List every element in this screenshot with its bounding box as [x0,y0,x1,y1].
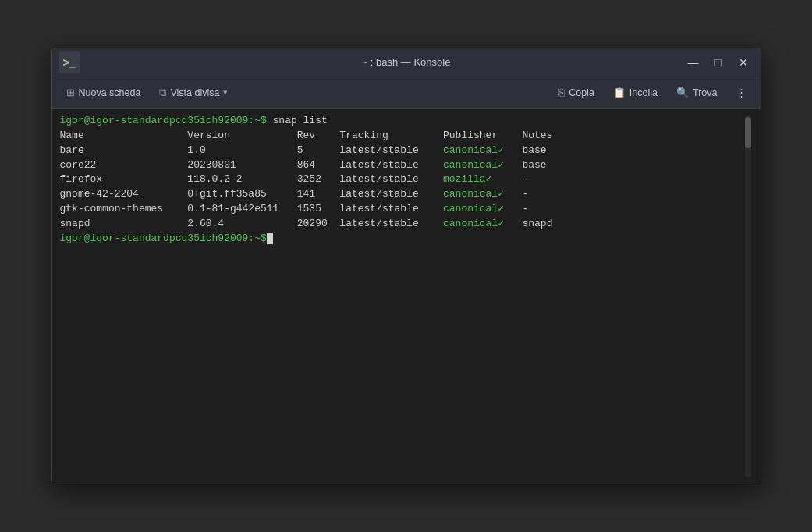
table-header: Name Version Rev Tracking Publisher Note… [60,129,553,141]
konsole-window: >_ ~ : bash — Konsole — □ ✕ ⊞ Nuova sche… [51,48,761,484]
split-view-icon: ⧉ [159,87,166,99]
new-tab-button[interactable]: ⊞ Nuova scheda [59,83,149,101]
window-controls: — □ ✕ [683,51,754,73]
scrollbar-thumb[interactable] [745,117,751,148]
split-view-label: Vista divisa [170,87,219,98]
row-gtk-common-themes: gtk-common-themes 0.1-81-g442e511 1535 l… [60,203,529,215]
command-snap-list: snap list [267,115,328,126]
prompt-1: igor@igor-standardpcq35ich92009:~$ [60,115,267,126]
copy-icon: ⎘ [558,87,565,98]
row-gnome: gnome-42-2204 0+git.ff35a85 141 latest/s… [60,188,529,200]
paste-button[interactable]: 📋 Incolla [605,83,665,101]
more-icon: ⋮ [736,87,746,98]
row-core22: core22 20230801 864 latest/stable canoni… [60,159,547,171]
find-label: Trova [693,87,718,98]
terminal-content: igor@igor-standardpcq35ich92009:~$ snap … [60,114,743,479]
copy-label: Copia [569,87,594,98]
minimize-button[interactable]: — [683,51,704,73]
close-button[interactable]: ✕ [732,51,754,73]
terminal-area[interactable]: igor@igor-standardpcq35ich92009:~$ snap … [52,109,761,484]
paste-icon: 📋 [613,87,626,98]
cursor [267,233,273,244]
toolbar: ⊞ Nuova scheda ⧉ Vista divisa ▾ ⎘ Copia … [52,76,761,109]
terminal-output: igor@igor-standardpcq35ich92009:~$ snap … [60,114,743,246]
row-bare: bare 1.0 5 latest/stable canonical✓ base [60,144,547,156]
search-icon: 🔍 [676,87,689,98]
terminal-icon: >_ [59,51,80,73]
chevron-down-icon: ▾ [223,87,228,98]
paste-label: Incolla [629,87,658,98]
scrollbar[interactable] [745,115,751,477]
new-tab-label: Nuova scheda [79,87,141,98]
split-view-button[interactable]: ⧉ Vista divisa ▾ [151,83,236,102]
new-tab-icon: ⊞ [66,87,75,98]
prompt-2: igor@igor-standardpcq35ich92009:~$ [60,232,267,244]
find-button[interactable]: 🔍 Trova [668,83,725,101]
copy-button[interactable]: ⎘ Copia [551,83,602,101]
more-menu-button[interactable]: ⋮ [729,83,754,101]
window-title: ~ : bash — Konsole [362,56,451,68]
maximize-button[interactable]: □ [707,51,729,73]
titlebar: >_ ~ : bash — Konsole — □ ✕ [52,48,761,76]
row-firefox: firefox 118.0.2-2 3252 latest/stable moz… [60,173,529,185]
row-snapd: snapd 2.60.4 20290 latest/stable canonic… [60,218,553,229]
toolbar-right: ⎘ Copia 📋 Incolla 🔍 Trova ⋮ [551,83,753,101]
